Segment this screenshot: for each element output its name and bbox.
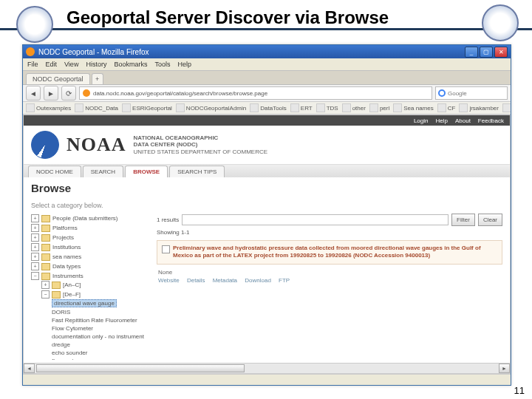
bookmarks-toolbar: Outexamples NODC_Data ESRIGeoportal NODC… [23,102,511,115]
tree-node[interactable]: +Platforms [31,223,149,233]
firefox-icon [26,47,35,56]
search-box[interactable]: Google [435,86,508,100]
tree-leaf[interactable]: echo sounder [52,349,149,357]
folder-icon [41,215,50,222]
tree-node[interactable]: +Projects [31,233,149,242]
expand-icon[interactable]: + [31,214,39,222]
tab-search-tips[interactable]: SEARCH TIPS [169,166,225,177]
menu-view[interactable]: View [64,61,78,68]
banner-subtitle: NATIONAL OCEANOGRAPHIC DATA CENTER (NODC… [134,134,268,156]
menu-help[interactable]: Help [177,61,191,68]
browser-menubar: File Edit View History Bookmarks Tools H… [23,58,511,71]
expand-icon[interactable]: + [31,224,39,232]
site-tabs: NODC HOME SEARCH BROWSE SEARCH TIPS [24,165,510,177]
link-website[interactable]: Website [158,277,180,284]
bookmark-icon [316,103,325,112]
link-metadata[interactable]: Metadata [213,277,237,284]
site-utility-nav: Login Help About Feedback [24,115,510,126]
menu-tools[interactable]: Tools [154,61,170,68]
expand-icon[interactable]: + [31,253,39,261]
svg-point-0 [439,90,445,96]
topnav-feedback[interactable]: Feedback [478,117,504,124]
tree-leaf[interactable]: documentation only - no instrument [52,332,149,341]
forward-button[interactable]: ► [44,86,58,100]
page-heading: Browse [31,182,502,194]
bookmark-item[interactable]: ERT [290,103,313,112]
link-download[interactable]: Download [245,277,271,284]
filter-input[interactable] [182,214,449,225]
maximize-button[interactable]: ▢ [480,47,493,58]
scroll-left-icon[interactable]: ◄ [24,364,35,373]
scroll-right-icon[interactable]: ► [499,364,510,373]
back-button[interactable]: ◄ [26,86,41,100]
tab-search[interactable]: SEARCH [83,166,123,177]
menu-history[interactable]: History [86,61,106,68]
expand-icon[interactable]: + [31,262,39,270]
bookmark-icon [26,103,35,112]
tree-leaf[interactable]: Flow Cytometer [52,324,149,332]
tree-node[interactable]: +sea names [31,252,149,262]
bookmark-item[interactable]: Sea names [393,103,433,112]
topnav-about[interactable]: About [455,117,471,124]
tree-node[interactable]: +Institutions [31,242,149,252]
bookmark-icon [75,103,83,112]
tree-node-instruments[interactable]: −Instruments [31,272,149,280]
tab-browse[interactable]: BROWSE [125,166,168,177]
site-banner: NOAA NATIONAL OCEANOGRAPHIC DATA CENTER … [24,126,510,165]
topnav-login[interactable]: Login [414,117,429,124]
collapse-icon[interactable]: − [31,272,39,280]
browser-tab[interactable]: NODC Geoportal [26,73,90,84]
bookmark-item[interactable]: TDS [316,103,338,112]
bookmark-icon [459,103,468,112]
bookmark-item[interactable]: DataTools [250,103,287,112]
filter-button[interactable]: Filter [451,214,475,226]
collapse-icon[interactable]: − [41,290,50,299]
category-tree: +People (Data submitters) +Platforms +Pr… [31,214,149,360]
topnav-help[interactable]: Help [436,117,448,124]
tree-node[interactable]: +People (Data submitters) [31,214,149,223]
scroll-thumb[interactable] [36,364,245,372]
result-checkbox[interactable] [162,245,170,253]
bookmark-item[interactable]: CF [437,103,456,112]
horizontal-scrollbar[interactable]: ◄ ► [24,363,510,373]
bookmark-item[interactable]: NODCGeoportalAdmin [176,103,246,112]
bookmark-item[interactable]: perl [369,103,389,112]
bookmark-item[interactable]: ESRIGeoportal [122,103,172,112]
link-ftp[interactable]: FTP [279,277,290,284]
expand-icon[interactable]: + [31,233,39,242]
folder-icon [41,273,50,280]
menu-file[interactable]: File [27,61,38,68]
tree-node[interactable]: +[An–C] [41,280,149,290]
tree-leaf-selected[interactable]: directional wave gauge [52,299,149,308]
bookmark-item[interactable]: jrsakamber [459,103,499,112]
bookmark-item[interactable]: ArcGIServer [502,103,511,112]
tree-leaf[interactable]: dredge [52,341,149,349]
menu-bookmarks[interactable]: Bookmarks [114,61,147,68]
bookmark-item[interactable]: other [342,103,366,112]
window-titlebar[interactable]: NODC Geoportal - Mozilla Firefox _ ▢ ✕ [23,45,511,58]
clear-button[interactable]: Clear [478,214,502,226]
expand-icon[interactable]: + [31,243,39,251]
tree-leaf[interactable]: flow meter [52,357,149,360]
results-panel: 1 results Filter Clear Showing 1-1 Preli… [157,214,502,360]
results-count: 1 results [157,216,179,223]
tree-leaf[interactable]: Fast Repitition Rate Fluorometer [52,316,149,324]
bookmark-item[interactable]: Outexamples [26,103,71,112]
tree-leaf[interactable]: DORIS [52,308,149,316]
tree-node[interactable]: −[De–F] [41,290,149,299]
link-details[interactable]: Details [187,277,205,284]
bookmark-icon [502,103,511,112]
expand-icon[interactable]: + [41,281,50,289]
address-bar[interactable]: data.nodc.noaa.gov/geoportal/catalog/sea… [79,86,432,100]
tree-node[interactable]: +Data types [31,262,149,271]
bookmark-item[interactable]: NODC_Data [75,103,118,112]
bookmark-icon [290,103,299,112]
result-title[interactable]: Preliminary wave and hydrostatic pressur… [173,245,481,259]
minimize-button[interactable]: _ [465,47,478,58]
reload-button[interactable]: ⟳ [61,86,76,100]
new-tab-button[interactable]: + [92,73,103,84]
menu-edit[interactable]: Edit [46,61,58,68]
browser-tabstrip: NODC Geoportal + [23,71,511,85]
close-button[interactable]: ✕ [494,47,508,58]
tab-nodc-home[interactable]: NODC HOME [28,166,81,177]
